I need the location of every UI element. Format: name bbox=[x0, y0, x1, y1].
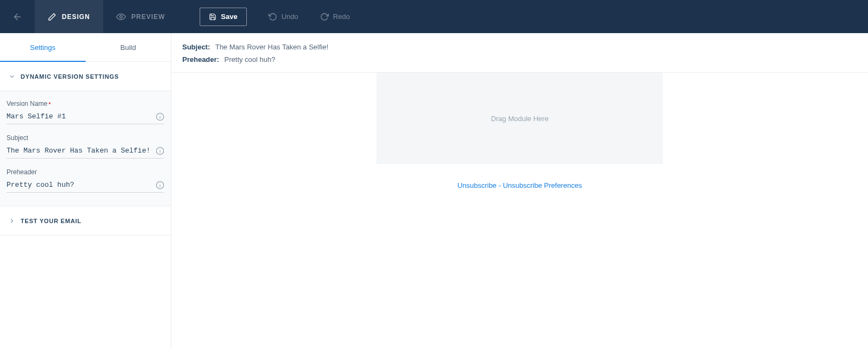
sidebar-tab-settings[interactable]: Settings bbox=[0, 33, 86, 61]
dash: - bbox=[496, 181, 503, 189]
preheader-input[interactable] bbox=[7, 180, 164, 193]
tab-design-label: DESIGN bbox=[62, 13, 90, 21]
redo-icon bbox=[320, 12, 329, 21]
panel-test-header[interactable]: TEST YOUR EMAIL bbox=[0, 206, 171, 236]
preheader-label: Preheader bbox=[7, 168, 164, 176]
panel-dynamic-header[interactable]: DYNAMIC VERSION SETTINGS bbox=[0, 62, 171, 91]
module-dropzone[interactable]: Drag Module Here bbox=[376, 73, 663, 164]
panel-dynamic-body: Version Name• Subject Preheader bbox=[0, 91, 171, 206]
info-icon[interactable] bbox=[156, 147, 164, 155]
unsubscribe-prefs-link[interactable]: Unsubscribe Preferences bbox=[503, 181, 582, 189]
version-name-input[interactable] bbox=[7, 111, 164, 124]
sidebar-tab-build-label: Build bbox=[120, 43, 136, 52]
subject-label: Subject bbox=[7, 134, 164, 142]
unsubscribe-row: Unsubscribe - Unsubscribe Preferences bbox=[457, 181, 582, 189]
undo-label: Undo bbox=[282, 12, 298, 21]
meta-preheader-row: Preheader: Pretty cool huh? bbox=[182, 55, 857, 64]
panel-dynamic-title: DYNAMIC VERSION SETTINGS bbox=[21, 73, 119, 80]
version-name-label: Version Name• bbox=[7, 100, 164, 107]
sidebar-tab-build[interactable]: Build bbox=[86, 33, 171, 61]
save-button-label: Save bbox=[221, 12, 237, 21]
chevron-right-icon bbox=[9, 218, 15, 224]
chevron-down-icon bbox=[9, 73, 15, 80]
meta-subject-value: The Mars Rover Has Taken a Selfie! bbox=[215, 43, 329, 51]
redo-label: Redo bbox=[333, 12, 350, 21]
info-icon[interactable] bbox=[156, 181, 164, 189]
subject-input[interactable] bbox=[7, 145, 164, 159]
field-subject: Subject bbox=[7, 134, 164, 159]
save-button[interactable]: Save bbox=[200, 8, 246, 26]
dropzone-text: Drag Module Here bbox=[491, 115, 548, 123]
field-preheader: Preheader bbox=[7, 168, 164, 193]
canvas: Subject: The Mars Rover Has Taken a Self… bbox=[171, 33, 868, 348]
canvas-body: Drag Module Here Unsubscribe - Unsubscri… bbox=[171, 73, 868, 348]
pencil-icon bbox=[48, 12, 56, 21]
undo-icon bbox=[269, 12, 277, 21]
undo-button[interactable]: Undo bbox=[269, 12, 298, 21]
meta-preheader-label: Preheader: bbox=[182, 55, 219, 64]
back-button[interactable] bbox=[0, 0, 35, 33]
tab-preview-label: PREVIEW bbox=[131, 13, 165, 21]
sidebar-tabs: Settings Build bbox=[0, 33, 171, 62]
redo-button[interactable]: Redo bbox=[320, 12, 350, 21]
tab-preview[interactable]: PREVIEW bbox=[103, 0, 178, 33]
save-icon bbox=[209, 13, 216, 21]
panel-test-title: TEST YOUR EMAIL bbox=[21, 218, 81, 224]
meta-preheader-value: Pretty cool huh? bbox=[225, 55, 276, 64]
info-icon[interactable] bbox=[156, 112, 164, 121]
eye-icon bbox=[116, 12, 126, 22]
sidebar: Settings Build DYNAMIC VERSION SETTINGS … bbox=[0, 33, 171, 348]
meta-subject-label: Subject: bbox=[182, 43, 210, 51]
canvas-meta: Subject: The Mars Rover Has Taken a Self… bbox=[171, 33, 868, 73]
arrow-left-icon bbox=[12, 12, 22, 22]
unsubscribe-link[interactable]: Unsubscribe bbox=[457, 181, 496, 189]
tab-design[interactable]: DESIGN bbox=[35, 0, 103, 33]
field-version-name: Version Name• bbox=[7, 100, 164, 124]
content-row: Settings Build DYNAMIC VERSION SETTINGS … bbox=[0, 33, 868, 348]
sidebar-tab-settings-label: Settings bbox=[30, 43, 55, 52]
meta-subject-row: Subject: The Mars Rover Has Taken a Self… bbox=[182, 43, 857, 51]
app-header: DESIGN PREVIEW Save Undo Redo bbox=[0, 0, 868, 33]
svg-point-1 bbox=[120, 15, 123, 18]
